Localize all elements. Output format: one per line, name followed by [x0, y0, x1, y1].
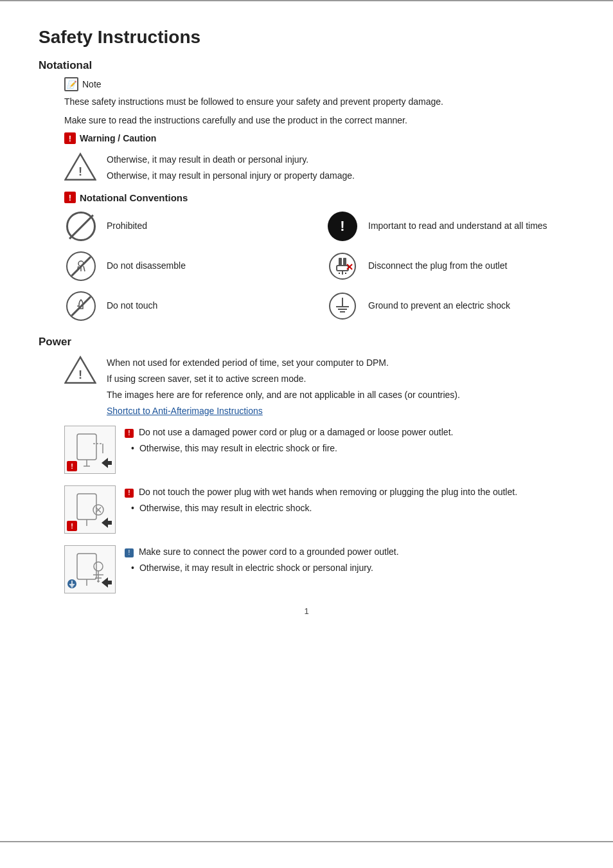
note-text-1: These safety instructions must be follow…: [64, 95, 574, 109]
conv-icon-disassemble: [64, 249, 98, 283]
convention-label-prohibited: Prohibited: [107, 220, 147, 233]
conv-icon-ground: [326, 289, 359, 323]
power-bullet-2: Otherwise, this may result in electric s…: [125, 502, 517, 515]
conventions-icon: !: [64, 192, 76, 203]
power-image-1: !: [64, 426, 116, 474]
note-label-text: Note: [82, 79, 102, 89]
power-warning-line-3: The images here are for reference only, …: [107, 388, 460, 402]
convention-ground: Ground to prevent an electric shock: [326, 289, 574, 323]
conventions-header: ! Notational Conventions: [64, 192, 574, 203]
power-image-block-2: ! ! Do not touch the power plug with wet…: [64, 485, 574, 534]
page-title: Safety Instructions: [39, 27, 574, 48]
convention-important: ! Important to read and understand at al…: [326, 210, 574, 243]
convention-label-disconnect: Disconnect the plug from the outlet: [368, 260, 507, 273]
arrow-icon-1: [100, 457, 113, 469]
svg-marker-34: [102, 518, 112, 528]
power-bullet-1: Otherwise, this may result in electric s…: [125, 442, 453, 455]
svg-line-4: [84, 266, 85, 271]
power-image-bottom-icon-3: [67, 579, 77, 591]
power-main-text-1: ! Do not use a damaged power cord or plu…: [125, 426, 453, 439]
convention-prohibited: Prohibited: [64, 210, 313, 243]
power-image-block-1: ! ! Do not use a damaged power cord or p…: [64, 426, 574, 474]
convention-label-touch: Do not touch: [107, 300, 157, 312]
power-image-block-3: ! Make sure to connect the power cord to…: [64, 545, 574, 593]
power-section-title: Power: [39, 336, 574, 348]
power-image-2: !: [64, 485, 116, 534]
arrow-icon-2: [100, 516, 113, 529]
svg-rect-29: [77, 494, 96, 520]
warning-line-1: Otherwise, it may result in death or per…: [107, 153, 355, 167]
power-image-side-icon-2: [100, 516, 113, 531]
ground-icon: [328, 291, 357, 321]
arrow-icon-3: [100, 576, 113, 589]
power-image-side-icon-1: [100, 457, 113, 471]
svg-point-2: [78, 261, 84, 266]
svg-text:!: !: [78, 368, 82, 381]
touch-icon: [66, 291, 96, 321]
power-image-3: [64, 545, 116, 593]
section-power: Power ! When not used for extended perio…: [39, 336, 574, 593]
power-image-bottom-icon-1: !: [67, 460, 77, 471]
inline-warning-icon-2: !: [125, 489, 134, 498]
power-main-text-3: ! Make sure to connect the power cord to…: [125, 545, 399, 559]
prohibited-icon: [66, 212, 96, 241]
svg-line-3: [77, 266, 78, 271]
page-number: 1: [39, 606, 574, 616]
power-bottom-warning-icon-2: !: [67, 521, 77, 531]
convention-disassemble: Do not disassemble: [64, 249, 313, 283]
convention-touch: Do not touch: [64, 289, 313, 323]
power-line-3a: Make sure to connect the power cord to a…: [139, 547, 399, 557]
conv-icon-touch: [64, 289, 98, 323]
note-icon: 📝: [64, 77, 78, 91]
warning-label-row: ! Warning / Caution: [64, 132, 574, 144]
power-warning-line-2: If using screen saver, set it to active …: [107, 372, 460, 386]
svg-rect-8: [343, 258, 346, 266]
power-triangle-icon: !: [64, 354, 96, 386]
svg-text:!: !: [78, 165, 82, 178]
warning-icon-red: !: [64, 132, 76, 144]
power-warning-texts: When not used for extended period of tim…: [107, 354, 460, 418]
power-bullet-3: Otherwise, it may result in electric sho…: [125, 561, 399, 575]
warning-label-text: Warning / Caution: [80, 133, 156, 143]
power-main-text-2: ! Do not touch the power plug with wet h…: [125, 485, 517, 499]
inline-ground-icon-3: !: [125, 548, 134, 557]
power-text-block-3: ! Make sure to connect the power cord to…: [125, 545, 399, 575]
power-line-1a: Do not use a damaged power cord or plug …: [139, 427, 454, 437]
convention-disconnect: Disconnect the plug from the outlet: [326, 249, 574, 283]
svg-marker-47: [102, 577, 112, 588]
note-text-2: Make sure to read the instructions caref…: [64, 114, 574, 127]
warning-texts: Otherwise, it may result in death or per…: [107, 150, 355, 183]
power-text-block-2: ! Do not touch the power plug with wet h…: [125, 485, 517, 515]
inline-warning-icon-1: !: [125, 429, 134, 438]
svg-rect-9: [337, 266, 348, 271]
power-warning-block: ! When not used for extended period of t…: [64, 354, 574, 418]
power-line-2a: Do not touch the power plug with wet han…: [139, 487, 517, 497]
power-text-block-1: ! Do not use a damaged power cord or plu…: [125, 426, 453, 455]
conv-icon-prohibited: [64, 210, 98, 243]
important-icon: !: [328, 212, 357, 241]
power-line-2b: Otherwise, this may result in electric s…: [139, 502, 312, 515]
power-warning-line-1: When not used for extended period of tim…: [107, 356, 460, 370]
shortcut-link[interactable]: Shortcut to Anti-Afterimage Instructions: [107, 404, 460, 418]
conv-icon-disconnect: [326, 249, 359, 283]
disassemble-icon: [66, 251, 96, 281]
warning-line-2: Otherwise, it may result in personal inj…: [107, 169, 355, 183]
page-container: Safety Instructions Notational 📝 Note Th…: [0, 0, 613, 842]
power-image-bottom-icon-2: !: [67, 520, 77, 531]
power-line-1b: Otherwise, this may result in electric s…: [139, 442, 337, 455]
disconnect-icon: [328, 251, 357, 281]
warning-caution-block: ! Otherwise, it may result in death or p…: [64, 150, 574, 183]
svg-marker-28: [102, 458, 112, 468]
power-image-side-icon-3: [100, 576, 113, 591]
conventions-grid: Prohibited ! Important to read and under…: [64, 210, 574, 323]
conv-icon-important: !: [326, 210, 359, 243]
section-notational-title: Notational: [39, 59, 574, 72]
convention-label-important: Important to read and understand at all …: [368, 220, 547, 233]
svg-rect-23: [77, 434, 96, 460]
ground-icon-small: [67, 579, 77, 589]
svg-point-37: [94, 562, 103, 571]
warning-triangle-icon: !: [64, 150, 96, 183]
power-bottom-warning-icon-1: !: [67, 461, 77, 471]
convention-label-disassemble: Do not disassemble: [107, 260, 186, 273]
convention-label-ground: Ground to prevent an electric shock: [368, 300, 510, 312]
